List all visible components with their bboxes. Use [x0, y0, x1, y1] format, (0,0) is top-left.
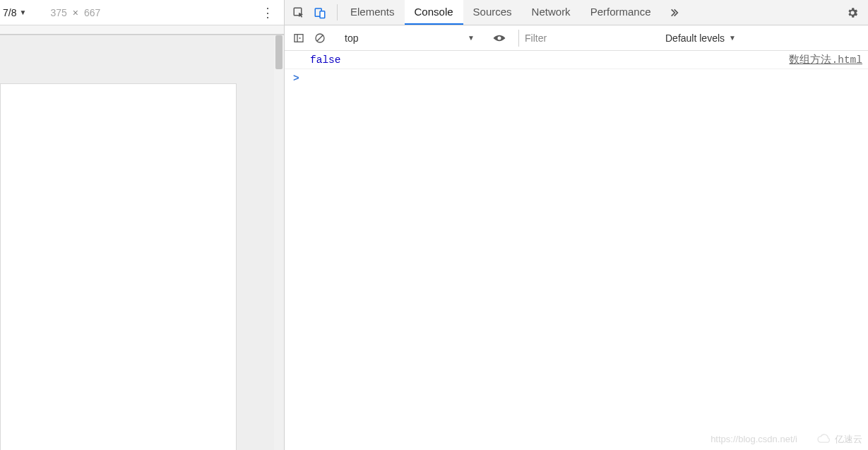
execution-context-select[interactable]: top ▼: [339, 29, 480, 47]
tab-network[interactable]: Network: [522, 0, 581, 25]
tab-sources[interactable]: Sources: [463, 0, 522, 25]
device-dimensions: 375 × 667: [50, 7, 100, 18]
tab-console[interactable]: Console: [405, 0, 463, 25]
devtools-panel: Elements Console Sources Network Perform…: [285, 0, 868, 450]
settings-icon[interactable]: [843, 3, 862, 23]
chevron-down-icon: ▼: [729, 34, 736, 42]
divider: [337, 4, 338, 20]
dimension-separator: ×: [73, 7, 78, 18]
device-select[interactable]: 7/8 ▼: [0, 7, 26, 18]
watermark-text: https://blog.csdn.net/i: [711, 434, 797, 444]
console-log-value: false: [310, 54, 341, 66]
rendered-page-frame[interactable]: [0, 83, 237, 450]
tab-performance[interactable]: Performance: [581, 0, 661, 25]
prompt-caret-icon: >: [293, 73, 299, 84]
console-filter-input[interactable]: [518, 30, 660, 47]
tab-list: Elements Console Sources Network Perform…: [340, 0, 686, 25]
console-log-row[interactable]: false 数组方法.html: [285, 51, 868, 69]
watermark-logo: 亿速云: [816, 433, 862, 446]
log-levels-label: Default levels: [665, 32, 725, 44]
log-levels-select[interactable]: Default levels ▼: [665, 32, 736, 44]
more-options-icon[interactable]: ⋮: [254, 6, 281, 19]
svg-line-6: [317, 35, 323, 41]
scrollbar-thumb[interactable]: [275, 35, 283, 69]
device-width[interactable]: 375: [50, 7, 66, 18]
devtools-tabs-bar: Elements Console Sources Network Perform…: [285, 0, 868, 25]
chevron-down-icon: ▼: [19, 8, 26, 16]
clear-console-icon[interactable]: [310, 28, 330, 48]
console-input[interactable]: [307, 73, 862, 84]
watermark-brand: 亿速云: [835, 433, 862, 446]
device-viewport: [0, 25, 284, 450]
device-height[interactable]: 667: [84, 7, 100, 18]
console-toolbar: top ▼ Default levels ▼: [285, 25, 868, 51]
svg-rect-2: [320, 11, 325, 18]
chevron-down-icon: ▼: [468, 34, 475, 42]
console-log-source-link[interactable]: 数组方法.html: [789, 53, 862, 66]
svg-rect-3: [295, 34, 303, 42]
context-label: top: [345, 32, 358, 44]
viewport-scrollbar[interactable]: [274, 35, 284, 450]
console-output: false 数组方法.html > https://blog.csdn.net/…: [285, 51, 868, 450]
console-prompt-row[interactable]: >: [285, 69, 868, 88]
more-tabs-icon[interactable]: [661, 0, 686, 25]
inspect-element-icon[interactable]: [289, 3, 309, 23]
console-sidebar-toggle-icon[interactable]: [289, 28, 309, 48]
device-toolbar: 7/8 ▼ 375 × 667 ⋮: [0, 0, 284, 25]
ruler-horizontal: [0, 25, 284, 35]
device-name: 7/8: [3, 7, 16, 18]
toggle-device-toolbar-icon[interactable]: [310, 3, 330, 23]
tab-elements[interactable]: Elements: [340, 0, 405, 25]
device-pane: 7/8 ▼ 375 × 667 ⋮: [0, 0, 285, 450]
live-expression-icon[interactable]: [489, 28, 509, 48]
